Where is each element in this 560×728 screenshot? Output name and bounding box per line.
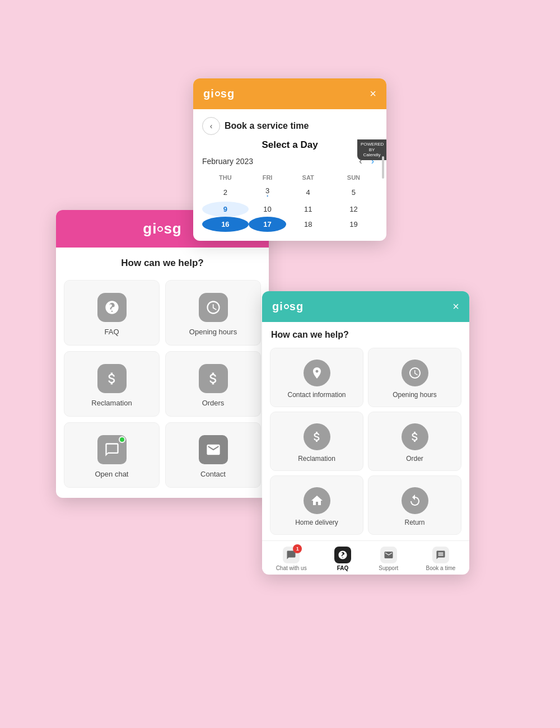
calendar-grid: THU FRI SAT SUN 2 3 4 5 9 10 11 12 [202,172,377,232]
cal-day-17[interactable]: 17 [249,217,287,232]
teal-home-delivery-label: Home delivery [295,519,338,526]
teal-item-opening-hours[interactable]: Opening hours [368,348,461,407]
teal-logo: gisg [272,300,304,313]
footer-nav-support[interactable]: Support [379,547,398,571]
cal-header-sun: SUN [330,172,377,183]
envelope-icon [199,435,228,464]
calendar-scrollbar-thumb [382,156,384,179]
footer-faq-label: FAQ [337,565,349,571]
calendar-scrollbar[interactable] [382,151,384,241]
euro-orders-icon [199,364,228,393]
teal-grid: Contact information Opening hours Reclam… [262,343,469,535]
euro-reclamation-icon [97,364,127,393]
pink-item-orders[interactable]: Orders [165,351,261,417]
pink-contact-label: Contact [200,470,226,478]
return-icon [402,487,428,514]
question-icon [97,293,127,322]
teal-euro-reclamation-icon [304,423,330,450]
cal-header-thu: THU [202,172,249,183]
teal-item-order[interactable]: Order [368,412,461,471]
cal-header-fri: FRI [249,172,287,183]
footer-faq-icon [334,547,351,563]
footer-nav-faq[interactable]: FAQ [334,547,351,571]
calendar-back-button[interactable]: ‹ [202,117,220,135]
calendar-month-nav: February 2023 ‹ › [202,155,377,167]
pink-reclamation-label: Reclamation [91,399,132,407]
cal-day-5[interactable]: 5 [330,183,377,202]
footer-book-label: Book a time [426,565,456,571]
teal-return-label: Return [404,519,424,526]
chat-icon [97,435,127,464]
calendar-nav-title: Book a service time [225,121,309,131]
calendar-nav-row: ‹ Book a service time [193,109,386,139]
cal-day-4[interactable]: 4 [286,183,330,202]
footer-nav-book-a-time[interactable]: Book a time [426,547,456,571]
chat-badge: 1 [293,544,302,553]
teal-item-return[interactable]: Return [368,475,461,535]
pink-item-faq[interactable]: FAQ [64,280,160,346]
teal-item-home-delivery[interactable]: Home delivery [270,475,363,535]
footer-support-label: Support [379,565,398,571]
calendar-close-button[interactable]: × [370,87,376,100]
chat-notification-dot [119,436,125,443]
pink-item-contact[interactable]: Contact [165,422,261,488]
cal-day-3[interactable]: 3 [249,183,287,202]
widget-pink: gisg × How can we help? FAQ Opening hour… [56,210,269,498]
pink-logo: gisg [143,220,181,237]
teal-opening-hours-label: Opening hours [393,391,437,399]
teal-clock-icon [402,360,428,386]
pink-item-opening-hours[interactable]: Opening hours [165,280,261,346]
pink-faq-label: FAQ [104,328,119,336]
cal-header-sat: SAT [286,172,330,183]
clock-icon [199,293,228,322]
footer-chat-icon: 1 [283,547,300,563]
cal-day-18[interactable]: 18 [286,217,330,232]
widget-calendar: gisg × ‹ Book a service time Select a Da… [193,78,386,241]
cal-day-9[interactable]: 9 [202,202,249,217]
teal-euro-order-icon [402,423,428,450]
teal-contact-info-label: Contact information [287,391,346,399]
pink-open-chat-label: Open chat [95,470,129,478]
cal-day-19[interactable]: 19 [330,217,377,232]
teal-item-reclamation[interactable]: Reclamation [270,412,363,471]
footer-support-icon [380,547,397,563]
widget-teal: gisg × How can we help? Contact informat… [262,291,469,575]
pink-grid: FAQ Opening hours Reclamation Orders [56,274,269,498]
teal-header: gisg × [262,291,469,322]
teal-item-contact-information[interactable]: Contact information [270,348,363,407]
footer-nav-chat[interactable]: 1 Chat with us [276,547,307,571]
cal-day-16[interactable]: 16 [202,217,249,232]
location-icon [304,360,330,386]
teal-order-label: Order [406,455,423,463]
footer-chat-label: Chat with us [276,565,307,571]
pink-opening-hours-label: Opening hours [189,328,237,336]
teal-close-button[interactable]: × [452,300,459,313]
pink-orders-label: Orders [202,399,225,407]
footer-book-icon [432,547,449,563]
cal-day-12[interactable]: 12 [330,202,377,217]
teal-reclamation-label: Reclamation [298,455,335,463]
calendar-logo: gisg [203,87,235,100]
home-delivery-icon [304,487,330,514]
cal-day-10[interactable]: 10 [249,202,287,217]
calendar-select-day-title: Select a Day [202,139,377,151]
calendar-header: gisg × [193,78,386,109]
teal-subheader: How can we help? [262,322,469,343]
calendar-body: Select a Day POWERED BY Calendly Februar… [193,139,386,241]
pink-subheader: How can we help? [56,248,269,274]
cal-day-2[interactable]: 2 [202,183,249,202]
teal-footer-nav: 1 Chat with us FAQ Support Book a time [262,540,469,575]
pink-item-open-chat[interactable]: Open chat [64,422,160,488]
cal-day-11[interactable]: 11 [286,202,330,217]
calendar-month-label: February 2023 [202,157,253,166]
pink-item-reclamation[interactable]: Reclamation [64,351,160,417]
